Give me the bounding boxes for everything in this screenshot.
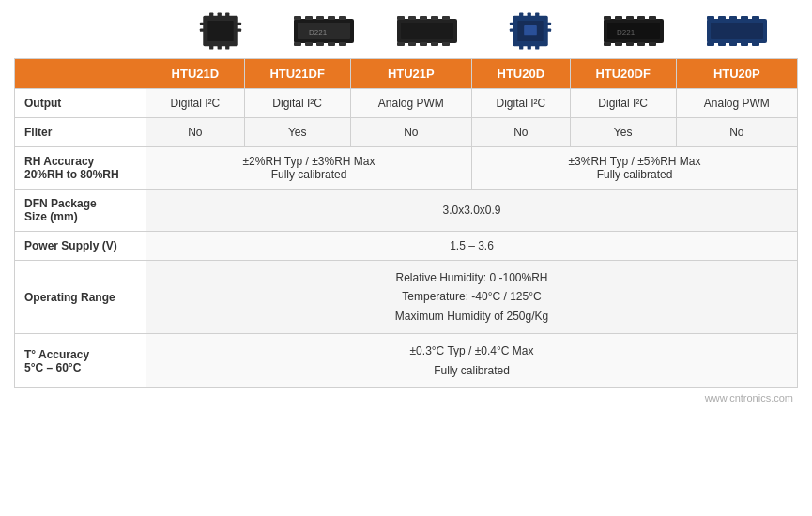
- product-image-htu21df: D221: [272, 9, 375, 53]
- svg-rect-7: [218, 12, 222, 16]
- images-row: D221: [14, 9, 798, 53]
- svg-rect-69: [752, 16, 759, 20]
- svg-rect-5: [237, 28, 241, 31]
- svg-rect-6: [209, 12, 213, 16]
- svg-rect-68: [741, 16, 748, 20]
- svg-rect-1: [207, 21, 233, 41]
- output-htu20df: Digital I²C: [570, 89, 676, 118]
- table-row-filter: Filter No Yes No No Yes No: [15, 118, 798, 147]
- svg-text:D221: D221: [617, 28, 636, 37]
- svg-rect-61: [649, 42, 656, 46]
- table-row-operating-range: Operating Range Relative Humidity: 0 -10…: [15, 261, 798, 334]
- svg-rect-36: [442, 42, 450, 46]
- svg-rect-44: [528, 12, 531, 16]
- svg-rect-47: [528, 45, 531, 49]
- table-row-dfn: DFN Package Size (mm) 3.0x3.0x0.9: [15, 190, 798, 232]
- svg-rect-72: [729, 42, 737, 46]
- svg-rect-49: [524, 25, 537, 35]
- filter-htu21p: No: [350, 118, 471, 147]
- svg-rect-29: [420, 16, 427, 20]
- product-image-htu21d: [169, 9, 272, 53]
- dfn-value: 3.0x3.0x0.9: [146, 190, 798, 232]
- svg-rect-2: [200, 23, 204, 25]
- svg-rect-10: [218, 45, 222, 49]
- filter-htu20df: Yes: [570, 118, 676, 147]
- svg-rect-73: [741, 42, 748, 46]
- svg-rect-27: [397, 16, 405, 20]
- header-htu21d: HTU21D: [146, 59, 245, 89]
- svg-rect-67: [729, 16, 737, 20]
- svg-rect-23: [339, 42, 346, 46]
- svg-rect-66: [718, 16, 726, 20]
- rh-accuracy-left: ±2%RH Typ / ±3%RH Max Fully calibrated: [146, 147, 472, 190]
- svg-rect-20: [305, 42, 313, 46]
- filter-htu20d: No: [471, 118, 570, 147]
- svg-rect-22: [328, 42, 335, 46]
- output-htu21p: Analog PWM: [350, 89, 471, 118]
- table-row-output: Output Digital I²C Digital I²C Analog PW…: [15, 89, 798, 118]
- svg-rect-60: [637, 42, 645, 46]
- svg-rect-19: [294, 42, 301, 46]
- svg-rect-70: [707, 42, 714, 46]
- filter-htu21d: No: [146, 118, 245, 147]
- svg-rect-53: [615, 16, 622, 20]
- label-filter: Filter: [15, 118, 146, 147]
- label-operating-range: Operating Range: [15, 261, 146, 334]
- table-row-rh-accuracy: RH Accuracy 20%RH to 80%RH ±2%RH Typ / ±…: [15, 147, 798, 190]
- svg-rect-48: [535, 45, 539, 49]
- comparison-table: HTU21D HTU21DF HTU21P HTU20D HTU20DF HTU…: [14, 58, 798, 388]
- table-row-power-supply: Power Supply (V) 1.5 – 3.6: [15, 232, 798, 261]
- svg-rect-33: [408, 42, 416, 46]
- t-accuracy-value: ±0.3°C Typ / ±0.4°C Max Fully calibrated: [146, 334, 798, 388]
- svg-rect-42: [547, 28, 551, 31]
- svg-rect-8: [225, 12, 229, 16]
- product-image-htu20p: [685, 9, 789, 53]
- label-t-accuracy: T° Accuracy 5°C – 60°C: [15, 334, 146, 388]
- svg-rect-40: [510, 28, 513, 31]
- svg-rect-71: [718, 42, 726, 46]
- svg-rect-18: [339, 16, 346, 20]
- svg-rect-26: [401, 23, 453, 39]
- svg-rect-65: [707, 16, 714, 20]
- svg-rect-57: [604, 42, 611, 46]
- svg-rect-11: [225, 45, 229, 49]
- svg-rect-9: [209, 45, 213, 49]
- product-image-htu20d: [479, 9, 582, 53]
- svg-rect-4: [237, 23, 241, 25]
- svg-rect-35: [431, 42, 438, 46]
- label-power-supply: Power Supply (V): [15, 232, 146, 261]
- svg-rect-39: [510, 23, 513, 25]
- output-htu20p: Analog PWM: [676, 89, 797, 118]
- svg-rect-58: [615, 42, 622, 46]
- svg-rect-64: [711, 23, 763, 39]
- header-label: [15, 59, 146, 89]
- label-dfn: DFN Package Size (mm): [15, 190, 146, 232]
- watermark: www.cntronics.com: [14, 392, 798, 403]
- svg-rect-59: [626, 42, 634, 46]
- power-supply-value: 1.5 – 3.6: [146, 232, 798, 261]
- filter-htu20p: No: [676, 118, 797, 147]
- svg-rect-21: [316, 42, 324, 46]
- header-htu21df: HTU21DF: [244, 59, 350, 89]
- output-htu21df: Digital I²C: [244, 89, 350, 118]
- product-image-htu21p: [375, 9, 479, 53]
- label-rh-accuracy: RH Accuracy 20%RH to 80%RH: [15, 147, 146, 190]
- svg-rect-34: [420, 42, 427, 46]
- operating-range-value: Relative Humidity: 0 -100%RH Temperature…: [146, 261, 798, 334]
- table-row-t-accuracy: T° Accuracy 5°C – 60°C ±0.3°C Typ / ±0.4…: [15, 334, 798, 388]
- svg-rect-3: [200, 28, 204, 31]
- svg-rect-43: [519, 12, 523, 16]
- filter-htu21df: Yes: [244, 118, 350, 147]
- header-htu21p: HTU21P: [350, 59, 471, 89]
- svg-rect-31: [442, 16, 450, 20]
- header-htu20df: HTU20DF: [570, 59, 676, 89]
- svg-rect-55: [637, 16, 645, 20]
- svg-rect-74: [752, 42, 759, 46]
- svg-rect-16: [316, 16, 324, 20]
- header-row: HTU21D HTU21DF HTU21P HTU20D HTU20DF HTU…: [15, 59, 798, 89]
- label-output: Output: [15, 89, 146, 118]
- svg-rect-28: [408, 16, 416, 20]
- header-htu20p: HTU20P: [676, 59, 797, 89]
- svg-rect-52: [604, 16, 611, 20]
- rh-accuracy-right: ±3%RH Typ / ±5%RH Max Fully calibrated: [471, 147, 797, 190]
